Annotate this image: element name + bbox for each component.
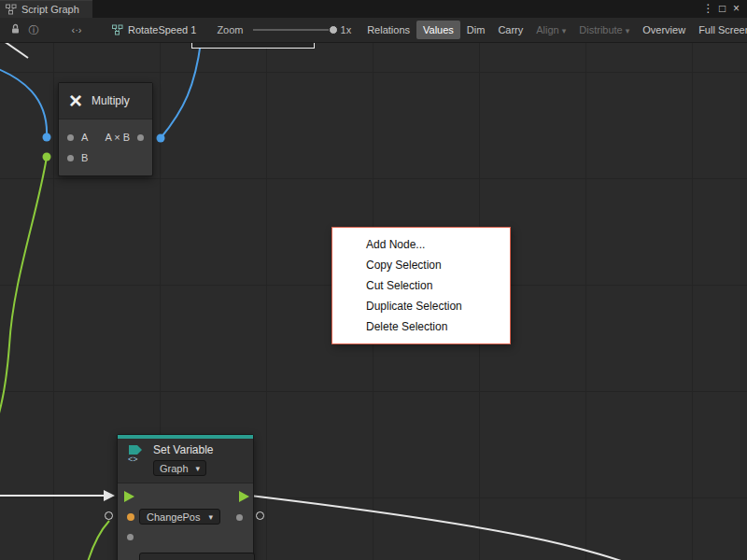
chevron-down-icon: ▾ <box>196 464 201 473</box>
graph-asset-icon <box>112 24 123 35</box>
flow-input-port[interactable] <box>124 491 134 502</box>
code-icon[interactable]: ‹·› <box>67 24 86 35</box>
variable-name-dropdown[interactable]: ChangePos▾ <box>139 509 220 525</box>
output-port-axb[interactable] <box>137 134 144 141</box>
maximize-button[interactable]: □ <box>715 0 729 18</box>
unconnected-port-ring[interactable] <box>105 511 113 520</box>
node-set-variable[interactable]: <> Set Variable Graph▾ ChangePos▾ <box>117 434 254 560</box>
values-button[interactable]: Values <box>416 21 460 39</box>
close-button[interactable]: × <box>729 0 743 18</box>
dim-button[interactable]: Dim <box>460 21 492 39</box>
align-button[interactable]: Align▾ <box>529 21 572 39</box>
edge-white-topleft <box>0 42 28 58</box>
edge-endpoint-blue <box>43 133 51 142</box>
port-row-a: A A × B <box>59 127 152 147</box>
info-icon[interactable]: ⓘ <box>24 23 43 37</box>
port-label: B <box>81 152 88 163</box>
set-variable-icon: <> <box>125 443 146 464</box>
multiply-node-body: A A × B B <box>59 119 152 175</box>
overview-button[interactable]: Overview <box>636 21 692 39</box>
distribute-button[interactable]: Distribute▾ <box>572 21 636 39</box>
extra-input-port[interactable] <box>127 534 134 540</box>
edge-blue-output <box>161 42 202 138</box>
port-label: A <box>81 132 88 143</box>
title-bar: Script Graph ⋮ □ × <box>0 0 747 18</box>
node-title: Multiply <box>92 94 130 107</box>
context-menu: Add Node... Copy Selection Cut Selection… <box>331 227 511 344</box>
partial-value-field[interactable] <box>139 553 255 560</box>
edge-endpoint-blue <box>157 134 165 143</box>
chevron-down-icon: ▾ <box>209 512 214 522</box>
chevron-down-icon: ▾ <box>626 26 630 35</box>
script-graph-icon <box>6 4 17 15</box>
zoom-slider-knob[interactable] <box>329 25 338 35</box>
chevron-down-icon: ▾ <box>562 26 567 35</box>
menu-item-copy-selection[interactable]: Copy Selection <box>332 255 510 275</box>
menu-item-add-node[interactable]: Add Node... <box>332 234 510 255</box>
node-title: Set Variable <box>153 443 213 456</box>
value-input-port[interactable] <box>127 513 134 521</box>
tab-title: Script Graph <box>21 4 79 15</box>
zoom-slider[interactable] <box>253 29 335 31</box>
flow-arrowhead-icon <box>104 490 115 501</box>
variable-scope-dropdown[interactable]: Graph▾ <box>153 460 206 476</box>
graph-toolbar: ⓘ ‹·› RotateSpeed 1 Zoom 1x Relations Va… <box>0 18 747 43</box>
lock-icon[interactable] <box>6 23 24 36</box>
port-label: A × B <box>105 132 130 143</box>
zoom-value: 1x <box>341 24 352 35</box>
partial-selected-node[interactable] <box>191 42 315 49</box>
unconnected-port-ring[interactable] <box>256 511 264 520</box>
menu-item-duplicate-selection[interactable]: Duplicate Selection <box>332 296 510 316</box>
input-port-a[interactable] <box>67 134 74 141</box>
graph-canvas[interactable]: × Multiply A A × B B <> S <box>0 42 747 560</box>
tab-script-graph[interactable]: Script Graph <box>0 0 92 18</box>
edge-endpoint-green <box>43 153 51 161</box>
value-output-port[interactable] <box>236 514 243 521</box>
node-multiply[interactable]: × Multiply A A × B B <box>58 82 153 176</box>
edge-green-into-b <box>0 157 47 420</box>
edge-blue-into-a <box>0 65 47 137</box>
window-menu-button[interactable]: ⋮ <box>701 0 715 18</box>
fullscreen-button[interactable]: Full Screen <box>692 21 747 39</box>
set-variable-node-header[interactable]: <> Set Variable Graph▾ <box>118 439 253 483</box>
carry-button[interactable]: Carry <box>491 21 529 39</box>
multiply-icon: × <box>66 87 85 115</box>
edge-green-bottom <box>87 521 109 560</box>
menu-item-cut-selection[interactable]: Cut Selection <box>332 275 510 296</box>
edge-white-flow-out <box>250 496 658 560</box>
window-controls: ⋮ □ × <box>701 0 747 18</box>
graph-name: RotateSpeed 1 <box>128 24 196 35</box>
input-port-b[interactable] <box>67 155 74 161</box>
svg-text:<>: <> <box>128 455 138 464</box>
flow-output-port[interactable] <box>239 491 249 502</box>
port-row-b: B <box>59 147 152 168</box>
menu-item-delete-selection[interactable]: Delete Selection <box>332 316 510 337</box>
graph-breadcrumb[interactable]: RotateSpeed 1 <box>112 24 196 35</box>
multiply-node-header[interactable]: × Multiply <box>59 83 152 119</box>
zoom-label: Zoom <box>217 24 243 35</box>
relations-button[interactable]: Relations <box>360 21 416 39</box>
set-variable-node-body: ChangePos▾ <box>118 483 253 560</box>
